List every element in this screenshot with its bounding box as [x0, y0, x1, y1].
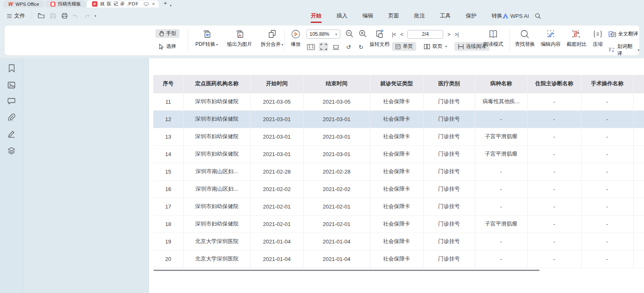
table-row[interactable]: 18深圳市妇幼保健院2021-02-012021-02-01社会保障卡门诊挂号子…	[153, 215, 644, 233]
undo-icon[interactable]	[73, 13, 79, 18]
hamburger-icon	[7, 14, 12, 18]
double-page-button[interactable]: 双页 ▾	[420, 42, 450, 51]
play-button[interactable]: 播放	[287, 29, 305, 48]
table-row[interactable]: 15深圳市南山区妇...2021-02-282021-02-28社会保障卡门诊挂…	[153, 163, 644, 180]
table-cell: 2021-01-04	[250, 233, 303, 250]
hand-tool-button[interactable]: 手型	[155, 29, 180, 38]
monitor-icon[interactable]	[144, 2, 149, 6]
menu-wps-ai[interactable]: WPS AI	[498, 13, 534, 19]
thumbnail-icon[interactable]	[7, 82, 15, 89]
tab-label: 就 医 记 录 .PDF	[100, 1, 139, 7]
edit-content-button[interactable]: 编辑内容	[538, 29, 564, 48]
table-row[interactable]: 20北京大学深圳医院2021-01-042021-01-04社会保障卡门诊挂号-…	[153, 250, 644, 268]
continuous-read-icon	[458, 44, 464, 50]
next-page-button[interactable]: >	[447, 32, 450, 37]
table-cell: 2021-01-04	[303, 250, 370, 268]
menu-item[interactable]: 保护	[458, 8, 484, 24]
last-page-button[interactable]: >|	[454, 32, 459, 37]
zoom-in-icon[interactable]	[359, 30, 367, 38]
table-row[interactable]: 13深圳市妇幼保健院2021-03-012021-03-01社会保障卡门诊挂号子…	[153, 128, 644, 145]
caret-down-icon: ▾	[445, 45, 447, 48]
zoom-out-icon[interactable]	[345, 30, 354, 38]
wps-logo-icon: W	[8, 1, 13, 7]
word-translate-button[interactable]: 文 A 划词翻译 ▾	[609, 43, 639, 57]
redo-icon[interactable]	[84, 13, 90, 18]
table-cell: -	[475, 163, 527, 180]
open-file-icon[interactable]	[38, 13, 45, 19]
quick-access-caret-icon[interactable]: ▾	[95, 14, 96, 18]
compress-button[interactable]: 压缩	[588, 29, 607, 48]
rotate-document-button[interactable]: 旋转文档	[368, 29, 391, 48]
signature-icon[interactable]	[7, 130, 15, 138]
table-row[interactable]: 19北京大学深圳医院2021-01-042021-01-04社会保障卡门诊挂号-…	[153, 233, 644, 250]
table-row[interactable]: 12深圳市妇幼保健院2021-03-012021-03-01社会保障卡门诊挂号-…	[153, 110, 644, 128]
menu-item[interactable]: 页面	[381, 8, 407, 24]
table-cell: -	[581, 180, 633, 198]
read-mode-button[interactable]: 阅读模式	[481, 29, 506, 48]
prev-page-button[interactable]: <	[400, 32, 403, 37]
svg-text:文: 文	[609, 47, 612, 50]
file-menu-label: 文件	[14, 12, 25, 20]
tab-docer-template[interactable]: 找稿壳模板	[45, 0, 86, 7]
new-tab-icon[interactable]: ＋	[162, 0, 168, 7]
navigation-panel[interactable]	[24, 58, 149, 293]
table-cell: 深圳市南山区妇...	[183, 163, 250, 180]
screenshot-compare-label: 截图对比	[567, 41, 587, 48]
screenshot-compare-button[interactable]: 截图对比	[564, 29, 589, 48]
rotate-left-button[interactable]: ↺	[344, 42, 353, 51]
print-icon[interactable]	[61, 13, 68, 19]
menu-item[interactable]: 编辑	[355, 8, 381, 24]
pdf-page[interactable]: 序号定点医药机构名称开始时间结束时间就诊凭证类型医疗类别病种名称住院主诊断名称手…	[149, 58, 644, 293]
full-translate-button[interactable]: A 全文翻译	[609, 30, 638, 37]
word-translate-label: 划词翻译	[617, 43, 635, 57]
find-replace-button[interactable]: 查找替换	[512, 29, 538, 48]
column-header	[633, 75, 644, 93]
file-menu-button[interactable]: 文件	[7, 12, 25, 20]
menu-item[interactable]: 开始	[303, 8, 329, 24]
actual-size-button[interactable]: 1:1	[306, 42, 316, 51]
table-cell: 18	[153, 215, 183, 233]
zoom-level-select[interactable]: 105.88% ▾	[306, 30, 340, 39]
fit-page-button[interactable]	[319, 42, 328, 51]
table-row[interactable]: 14深圳市妇幼保健院2021-03-012021-03-01社会保障卡门诊挂号子…	[153, 145, 644, 163]
table-row[interactable]: 17深圳市妇幼保健院2021-02-012021-02-01社会保障卡门诊挂号-…	[153, 198, 644, 215]
table-row[interactable]: 11深圳市妇幼保健院2021-03-052021-03-05社会保障卡门诊挂号病…	[153, 93, 644, 110]
menu-item[interactable]: 批注	[407, 8, 432, 24]
table-cell: -	[581, 250, 633, 268]
pdf-convert-label: PDF转换	[195, 41, 215, 47]
close-tab-icon[interactable]: ✕	[152, 2, 155, 6]
tab-wps-office[interactable]: W WPS Office	[3, 0, 44, 7]
pdf-convert-button[interactable]: PDF转换▾	[191, 29, 222, 48]
table-cell: 2021-03-01	[303, 110, 370, 128]
table-row[interactable]: 16深圳市南山区妇...2021-02-022021-02-02社会保障卡门诊挂…	[153, 180, 644, 198]
table-cell: 社会保障卡	[370, 110, 423, 128]
menu-item[interactable]: 插入	[329, 8, 355, 24]
full-translate-icon: A	[609, 31, 616, 37]
split-merge-button[interactable]: 拆分合并▾	[257, 29, 287, 48]
attachment-icon[interactable]	[7, 114, 15, 121]
save-icon[interactable]	[50, 13, 56, 19]
table-cell: 门诊挂号	[423, 250, 475, 268]
comment-icon[interactable]	[7, 98, 15, 104]
bookmark-icon[interactable]	[8, 64, 15, 72]
menu-item[interactable]: 工具	[432, 8, 458, 24]
tab-pdf-document[interactable]: P 就 医 记 录 .PDF ✕	[87, 0, 159, 7]
select-tool-button[interactable]: 选择	[155, 42, 180, 51]
table-cell: 2021-03-01	[303, 145, 370, 163]
divider	[285, 30, 285, 51]
tab-list-caret-icon[interactable]: ▾	[170, 4, 172, 7]
single-page-button[interactable]: 单页	[392, 42, 416, 51]
table-cell: 社会保障卡	[370, 128, 423, 145]
first-page-button[interactable]: |<	[392, 32, 396, 37]
divider	[188, 30, 188, 51]
search-icon[interactable]	[535, 13, 541, 19]
export-image-button[interactable]: 输出为图片	[223, 29, 256, 48]
tab-label: WPS Office	[15, 2, 39, 7]
fit-width-button[interactable]	[331, 42, 341, 51]
page-number-input[interactable]: 2/4	[407, 30, 443, 39]
column-header: 结束时间	[303, 75, 370, 93]
rotate-right-button[interactable]: ↻	[356, 42, 366, 51]
table-cell: 门诊挂号	[423, 93, 475, 110]
hand-icon	[159, 31, 164, 37]
layers-icon[interactable]	[7, 147, 15, 154]
